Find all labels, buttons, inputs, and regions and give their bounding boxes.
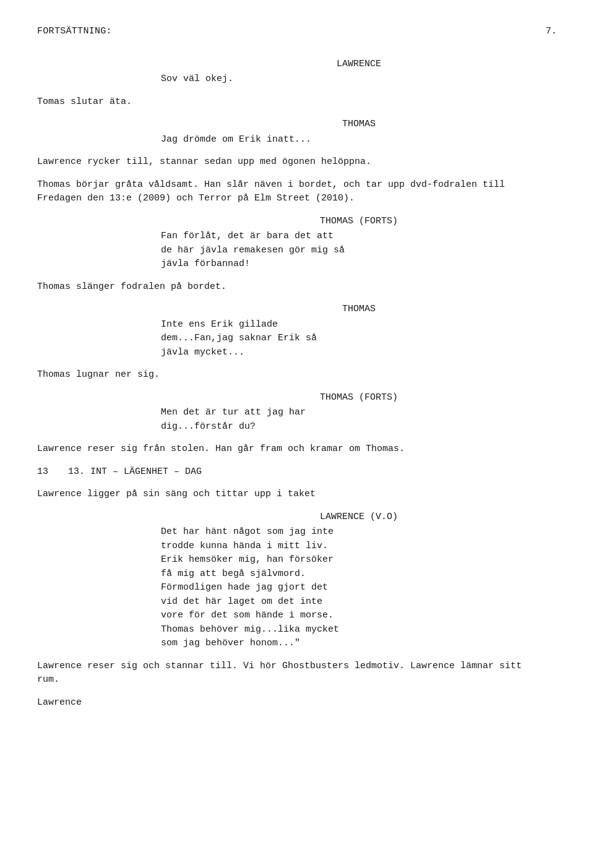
character-name: THOMAS <box>37 118 557 132</box>
footer-character-label: Lawrence <box>37 697 82 708</box>
dialogue: Inte ens Erik gilladedem...Fan,jag sakna… <box>37 318 557 360</box>
character-name: THOMAS <box>37 303 557 317</box>
action-line: Lawrence ligger på sin säng och tittar u… <box>37 488 557 502</box>
character-name: LAWRENCE (V.O) <box>37 510 557 525</box>
action-line: Lawrence reser sig och stannar till. Vi … <box>37 660 557 687</box>
action-line: Thomas lugnar ner sig. <box>37 368 557 382</box>
page-number: 7. <box>546 25 557 39</box>
script-content: LAWRENCE Sov väl okej. Tomas slutar äta.… <box>37 58 557 710</box>
action-line: Thomas börjar gråta våldsamt. Han slår n… <box>37 178 557 206</box>
scene-heading: 13 13. INT – LÄGENHET – DAG <box>37 465 557 479</box>
character-name: THOMAS (forts) <box>37 391 557 405</box>
dialogue: Men det är tur att jag hardig...förstår … <box>37 406 557 434</box>
character-name: THOMAS (forts) <box>37 215 557 229</box>
footer-character: Lawrence <box>37 696 557 710</box>
action-line: Lawrence reser sig från stolen. Han går … <box>37 442 557 457</box>
dialogue: Fan förlåt, det är bara det attde här jä… <box>37 230 557 272</box>
dialogue: Det har hänt något som jag intetrodde ku… <box>37 525 557 651</box>
character-name: LAWRENCE <box>37 58 557 72</box>
script-page: FORTSÄTTNING: 7. LAWRENCE Sov väl okej. … <box>0 0 594 868</box>
scene-number: 13 <box>37 465 56 479</box>
page-header: FORTSÄTTNING: 7. <box>37 25 557 39</box>
action-line: Tomas slutar äta. <box>37 95 557 110</box>
dialogue: Jag drömde om Erik inatt... <box>37 133 557 147</box>
continuation-label: FORTSÄTTNING: <box>37 25 112 39</box>
dialogue: Sov väl okej. <box>37 72 557 87</box>
action-line: Thomas slänger fodralen på bordet. <box>37 280 557 294</box>
action-line: Lawrence rycker till, stannar sedan upp … <box>37 155 557 170</box>
scene-title: 13. INT – LÄGENHET – DAG <box>68 465 202 479</box>
